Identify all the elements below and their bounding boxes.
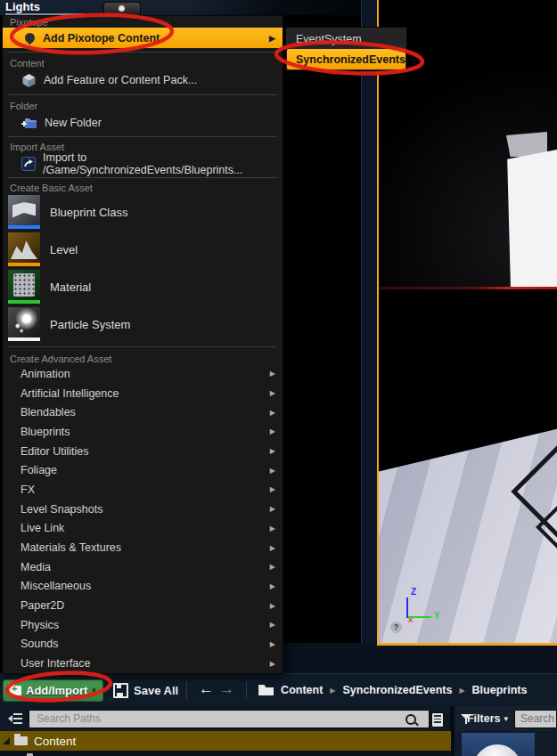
- toolbar-divider: [246, 681, 247, 699]
- menu-item-media[interactable]: Media▶: [3, 557, 283, 577]
- folder-icon: [14, 736, 28, 745]
- panel-splitter[interactable]: [361, 0, 379, 646]
- axis-y-label: Y: [434, 611, 440, 621]
- submenu-arrow-icon: ▶: [270, 621, 275, 629]
- panel-header: Lights: [0, 0, 361, 15]
- section-create-advanced-asset: Create Advanced Asset: [3, 350, 283, 364]
- folder-tree: Content PixotopeCalibration: [0, 731, 451, 756]
- advanced-asset-list: Animation▶ Artificial Intelligence▶ Blen…: [3, 364, 283, 673]
- menu-item-animation[interactable]: Animation▶: [3, 364, 283, 384]
- menu-separator: [3, 48, 283, 55]
- asset-search-input[interactable]: [514, 710, 557, 728]
- level-icon: [8, 232, 40, 266]
- breadcrumb-separator-icon: ▶: [330, 687, 335, 695]
- breadcrumb-content[interactable]: Content: [281, 684, 323, 696]
- submenu-arrow-icon: ▶: [270, 447, 275, 455]
- pixotope-logo-icon: [23, 31, 37, 45]
- submenu-arrow-icon: ▶: [270, 544, 275, 552]
- panel-title: Lights: [5, 0, 84, 15]
- menu-item-miscellaneous[interactable]: Miscellaneous▶: [3, 577, 283, 597]
- menu-item-particle-system[interactable]: Particle System: [3, 305, 283, 343]
- menu-item-label: New Folder: [45, 117, 102, 129]
- breadcrumb-synchronizedevents[interactable]: SynchronizedEvents: [342, 684, 452, 696]
- menu-item-blendables[interactable]: Blendables▶: [3, 402, 283, 422]
- submenu-arrow-icon: ▶: [270, 640, 275, 648]
- menu-item-add-feature[interactable]: Add Feature or Content Pack...: [3, 69, 283, 92]
- menu-item-label: Import to /Game/SynchronizedEvents/Bluep…: [43, 151, 283, 176]
- submenu-arrow-icon: ▶: [270, 467, 275, 475]
- material-icon: [8, 270, 40, 304]
- menu-item-editor-utilities[interactable]: Editor Utilities▶: [3, 442, 283, 461]
- save-icon: [113, 683, 128, 698]
- asset-grid: [455, 731, 557, 756]
- menu-item-foliage[interactable]: Foliage▶: [3, 460, 283, 480]
- menu-item-artificial-intelligence[interactable]: Artificial Intelligence▶: [3, 384, 283, 403]
- asset-thumbnail[interactable]: [462, 733, 535, 756]
- filters-button[interactable]: Filters: [467, 712, 501, 725]
- submenu-arrow-icon: ▶: [270, 485, 275, 493]
- axis-x-label: X: [408, 616, 413, 624]
- submenu-arrow-icon: ▶: [270, 370, 275, 378]
- menu-item-level-snapshots[interactable]: Level Snapshots▶: [3, 500, 283, 519]
- basic-asset-list: Blueprint Class Level Material Particle …: [3, 193, 283, 343]
- menu-item-sounds[interactable]: Sounds▶: [3, 635, 283, 654]
- menu-item-label: Blueprint Class: [50, 206, 127, 219]
- menu-item-new-folder[interactable]: New Folder: [3, 111, 283, 134]
- help-icon[interactable]: ?: [390, 622, 402, 633]
- breadcrumb-separator-icon: ▶: [459, 687, 464, 695]
- submenu-arrow-icon: ▶: [270, 563, 275, 571]
- menu-item-import-to[interactable]: Import to /Game/SynchronizedEvents/Bluep…: [3, 152, 283, 175]
- blueprint-class-icon: [8, 195, 40, 229]
- submenu-arrow-icon: ▶: [270, 582, 275, 590]
- particle-system-icon: [8, 307, 40, 341]
- breadcrumb-blueprints[interactable]: Blueprints: [472, 684, 528, 696]
- perspective-viewport[interactable]: Z Y X ?: [379, 289, 557, 643]
- chevron-down-icon: ▾: [504, 714, 508, 723]
- submenu-arrow-icon: ▶: [269, 34, 275, 43]
- open-folder-icon: [258, 685, 274, 695]
- submenu-item-synchronizedevents[interactable]: SynchronizedEvents: [287, 49, 405, 69]
- menu-separator: [3, 92, 283, 98]
- save-all-button[interactable]: Save All: [113, 679, 178, 702]
- menu-item-add-pixotope-content[interactable]: Add Pixotope Content ▶: [3, 28, 283, 48]
- axis-z-line: [406, 597, 408, 618]
- submenu-arrow-icon: ▶: [270, 602, 275, 610]
- tree-item-pixotopecalibration[interactable]: PixotopeCalibration: [0, 751, 451, 756]
- menu-item-physics[interactable]: Physics▶: [3, 615, 283, 635]
- import-asset-icon: [21, 157, 36, 171]
- section-content: Content: [3, 55, 283, 69]
- studio-floor: [379, 289, 557, 643]
- menu-item-material[interactable]: Material: [3, 268, 283, 305]
- menu-item-label: Level: [50, 243, 78, 256]
- submenu-arrow-icon: ▶: [270, 524, 275, 532]
- menu-item-user-interface[interactable]: User Interface▶: [3, 654, 283, 673]
- menu-item-blueprints[interactable]: Blueprints▶: [3, 422, 283, 442]
- tree-item-content[interactable]: Content: [0, 731, 451, 751]
- axis-z-label: Z: [411, 587, 416, 597]
- add-import-button[interactable]: Add/Import ▾: [3, 679, 103, 702]
- search-icon: [405, 714, 416, 725]
- menu-item-fx[interactable]: FX▶: [3, 480, 283, 500]
- sources-toggle-icon[interactable]: [4, 713, 22, 724]
- light-panel: [502, 150, 557, 287]
- menu-item-materials-textures[interactable]: Materials & Textures▶: [3, 538, 283, 557]
- add-import-context-menu: Pixotope Add Pixotope Content ▶ Content …: [2, 15, 283, 674]
- search-paths-input[interactable]: [29, 710, 430, 728]
- list-view-button[interactable]: [431, 712, 444, 728]
- forward-button[interactable]: →: [219, 680, 234, 698]
- submenu-arrow-icon: ▶: [270, 505, 275, 513]
- expanded-caret-icon[interactable]: [3, 737, 10, 744]
- pixotope-submenu: EventSystem SynchronizedEvents: [285, 27, 407, 71]
- menu-item-label: Material: [50, 280, 91, 294]
- back-button[interactable]: ←: [199, 680, 214, 698]
- menu-item-label: Add Feature or Content Pack...: [44, 74, 197, 86]
- add-import-folder-icon: [9, 686, 21, 695]
- section-pixotope: Pixotope: [3, 16, 283, 28]
- menu-item-live-link[interactable]: Live Link▶: [3, 519, 283, 539]
- sources-search-bar: [0, 706, 451, 731]
- menu-item-blueprint-class[interactable]: Blueprint Class: [3, 193, 283, 231]
- menu-item-label: Add Pixotope Content: [43, 32, 160, 45]
- submenu-item-eventsystem[interactable]: EventSystem: [287, 28, 405, 49]
- menu-item-level[interactable]: Level: [3, 231, 283, 268]
- menu-item-paper2d[interactable]: Paper2D▶: [3, 596, 283, 615]
